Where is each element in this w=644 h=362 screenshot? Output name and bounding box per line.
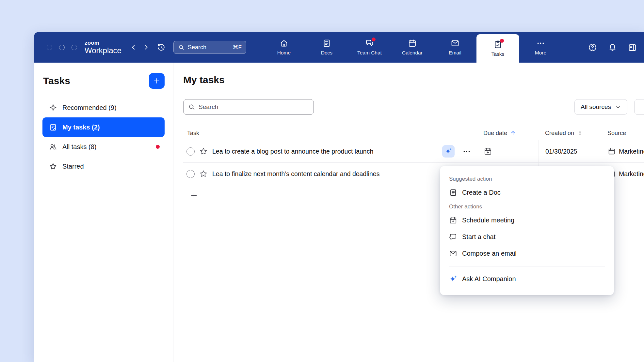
column-header-due-date[interactable]: Due date — [477, 130, 539, 137]
menu-item-label: Schedule meeting — [462, 217, 514, 224]
home-icon — [280, 39, 288, 48]
menu-item-compose-an-email[interactable]: Compose an email — [440, 245, 614, 262]
column-header-created-on[interactable]: Created on — [539, 130, 601, 137]
add-task-button[interactable] — [190, 191, 198, 200]
chat-bubble-icon — [449, 233, 457, 241]
nav-tab-label: Email — [449, 50, 461, 56]
nav-tab-email[interactable]: Email — [434, 32, 476, 63]
window-maximize-button[interactable] — [72, 45, 77, 50]
partial-button[interactable] — [634, 99, 644, 115]
star-icon — [199, 170, 208, 178]
nav-tab-label: More — [535, 50, 546, 56]
sidebar-item-starred[interactable]: Starred — [42, 157, 165, 176]
sources-filter-dropdown[interactable]: All sources — [574, 99, 627, 115]
star-icon — [49, 162, 57, 171]
sidebar-item-label: All tasks (8) — [62, 143, 96, 151]
logo-zoom-text: zoom — [85, 40, 121, 46]
history-clock-icon — [157, 43, 166, 52]
menu-item-schedule-meeting[interactable]: Schedule meeting — [440, 212, 614, 229]
sidebar-item-recommended[interactable]: Recommended (9) — [42, 98, 165, 117]
bell-icon — [608, 43, 617, 52]
sort-toggle-icon[interactable] — [577, 130, 583, 136]
tasks-toolbar: All sources — [183, 99, 644, 115]
nav-tab-more[interactable]: More — [519, 32, 562, 63]
sidebar-item-all-tasks[interactable]: All tasks (8) — [42, 137, 165, 157]
task-row[interactable]: Lea to create a blog post to announce th… — [183, 140, 644, 163]
chevron-left-icon — [130, 44, 137, 51]
menu-item-label: Ask AI Companion — [462, 275, 516, 283]
forward-button[interactable] — [142, 44, 150, 51]
logo-workplace-text: Workplace — [85, 47, 121, 54]
calendar-add-icon — [449, 216, 457, 224]
ai-companion-actions-button[interactable] — [442, 145, 455, 158]
global-search[interactable]: Search ⌘F — [173, 41, 246, 54]
search-icon — [178, 44, 185, 51]
menu-section-label: Other actions — [440, 201, 614, 212]
table-header-row: Task Due date Created on Source — [183, 126, 644, 140]
calendar-add-icon — [484, 147, 492, 156]
nav-tab-label: Tasks — [491, 51, 505, 57]
history-button[interactable] — [157, 43, 166, 52]
menu-item-ask-ai-companion[interactable]: Ask AI Companion — [440, 271, 614, 287]
search-icon — [188, 103, 195, 111]
ai-actions-menu: Suggested action Create a Doc Other acti… — [440, 166, 614, 295]
nav-tab-label: Docs — [321, 50, 332, 56]
notification-badge — [372, 38, 376, 41]
menu-item-start-a-chat[interactable]: Start a chat — [440, 229, 614, 245]
notifications-button[interactable] — [608, 43, 617, 52]
source-calendar-icon — [608, 147, 616, 155]
nav-tab-home[interactable]: Home — [263, 32, 305, 63]
new-task-button[interactable] — [149, 73, 165, 89]
help-button[interactable] — [588, 43, 597, 52]
row-more-button[interactable] — [462, 147, 471, 156]
menu-divider — [449, 266, 605, 266]
envelope-icon — [449, 249, 457, 258]
plus-icon — [190, 191, 198, 200]
doc-icon — [449, 189, 457, 197]
sidebar-title: Tasks — [43, 75, 70, 86]
nav-tab-team-chat[interactable]: Team Chat — [348, 32, 391, 63]
nav-tab-tasks[interactable]: Tasks — [476, 34, 519, 63]
star-icon — [199, 147, 208, 156]
sidebar-item-label: Starred — [62, 163, 84, 170]
source-label: Marketing — [619, 148, 644, 155]
ellipsis-icon — [462, 147, 471, 156]
sidebar-item-my-tasks[interactable]: My tasks (2) — [42, 117, 165, 137]
calendar-panel-icon — [628, 43, 637, 52]
page-title: My tasks — [183, 74, 644, 85]
task-title: Lea to create a blog post to announce th… — [212, 148, 373, 155]
star-task-button[interactable] — [199, 170, 208, 178]
add-due-date-button[interactable] — [484, 147, 492, 156]
topbar-utility-icons — [588, 43, 644, 52]
chevron-right-icon — [142, 44, 150, 51]
sources-filter-label: All sources — [581, 103, 611, 111]
nav-tab-label: Home — [277, 50, 291, 56]
window-close-button[interactable] — [47, 45, 52, 50]
back-button[interactable] — [130, 44, 137, 51]
sidebar-item-label: My tasks (2) — [62, 124, 100, 131]
window-minimize-button[interactable] — [59, 45, 65, 50]
tasks-sidebar: Tasks Recommended (9) My tasks (2) All t… — [34, 63, 173, 362]
people-icon — [49, 143, 57, 151]
menu-item-label: Create a Doc — [462, 189, 501, 196]
menu-item-create-a-doc[interactable]: Create a Doc — [440, 184, 614, 201]
sort-ascending-icon[interactable] — [510, 130, 516, 136]
task-complete-checkbox[interactable] — [186, 147, 195, 156]
task-complete-checkbox[interactable] — [186, 170, 195, 178]
sidebar-item-label: Recommended (9) — [62, 104, 117, 112]
plus-icon — [153, 77, 161, 85]
created-on-date: 01/30/2025 — [545, 148, 577, 155]
star-task-button[interactable] — [199, 147, 208, 156]
sparkle-icon — [49, 104, 57, 112]
menu-section-label: Suggested action — [440, 173, 614, 184]
nav-tab-docs[interactable]: Docs — [305, 32, 348, 63]
task-search-input[interactable] — [199, 103, 309, 111]
ai-sparkle-icon — [444, 147, 452, 155]
more-icon — [536, 39, 545, 48]
calendar-panel-button[interactable] — [628, 43, 637, 52]
email-icon — [451, 39, 459, 48]
help-icon — [588, 43, 597, 52]
window-controls — [34, 45, 85, 50]
chevron-down-icon — [615, 104, 621, 110]
nav-tab-calendar[interactable]: Calendar — [391, 32, 434, 63]
